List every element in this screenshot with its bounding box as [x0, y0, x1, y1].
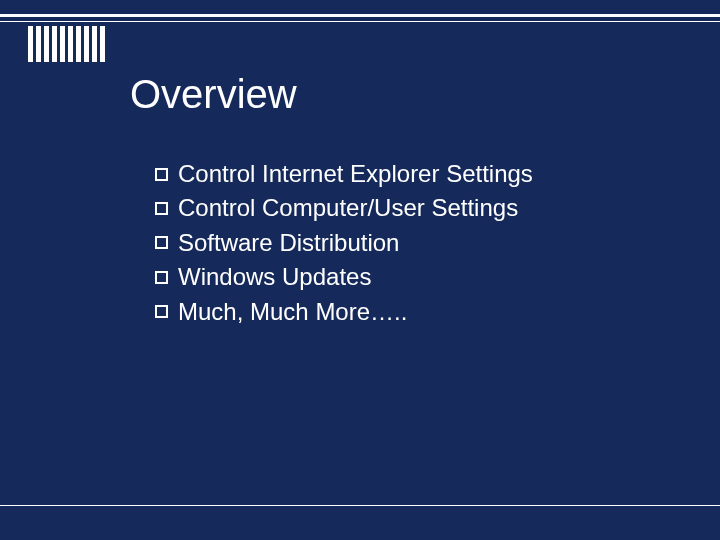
list-item-label: Windows Updates	[178, 261, 371, 293]
list-item: Much, Much More…..	[155, 296, 533, 328]
bullet-square-icon	[155, 236, 168, 249]
list-item: Control Computer/User Settings	[155, 192, 533, 224]
bullet-square-icon	[155, 168, 168, 181]
bullet-square-icon	[155, 271, 168, 284]
horizontal-rule-bottom	[0, 505, 720, 506]
horizontal-rule-thick	[0, 14, 720, 17]
bullet-square-icon	[155, 202, 168, 215]
list-item: Control Internet Explorer Settings	[155, 158, 533, 190]
bullet-square-icon	[155, 305, 168, 318]
list-item-label: Control Computer/User Settings	[178, 192, 518, 224]
list-item: Software Distribution	[155, 227, 533, 259]
vertical-bars-decoration	[28, 26, 105, 62]
list-item-label: Much, Much More…..	[178, 296, 407, 328]
bullet-list: Control Internet Explorer Settings Contr…	[155, 158, 533, 330]
list-item: Windows Updates	[155, 261, 533, 293]
horizontal-rule-thin	[0, 21, 720, 22]
list-item-label: Software Distribution	[178, 227, 399, 259]
top-decoration	[0, 0, 720, 64]
list-item-label: Control Internet Explorer Settings	[178, 158, 533, 190]
slide-title: Overview	[130, 72, 297, 117]
